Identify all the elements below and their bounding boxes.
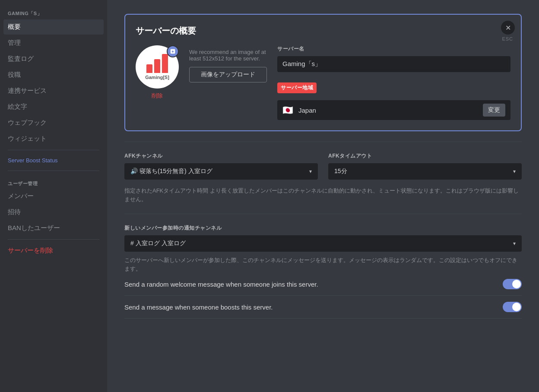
sidebar-item-members[interactable]: メンバー (3, 189, 104, 204)
esc-label: ESC (502, 36, 513, 41)
server-icon-bars (146, 54, 168, 73)
server-region-field-label: サーバー地域 (277, 82, 317, 93)
server-name-input[interactable] (277, 56, 510, 72)
user-management-section-label: ユーザー管理 (3, 174, 104, 189)
upload-image-button[interactable]: 画像をアップロード (189, 67, 267, 82)
sidebar-item-emoji[interactable]: 絵文字 (3, 99, 104, 114)
afk-channel-chevron-icon: ▾ (309, 168, 312, 174)
upload-icon-button[interactable] (167, 45, 179, 57)
main-content: サーバーの概要 Gaming[S] (107, 0, 539, 392)
region-row-wrapper: 🇯🇵 Japan 変更 (277, 100, 510, 120)
sidebar-item-banned[interactable]: BANしたユーザー (3, 221, 104, 236)
afk-section-divider (124, 142, 522, 142)
sidebar-divider-3 (8, 239, 99, 240)
change-region-button[interactable]: 変更 (483, 104, 505, 117)
overview-body: Gaming[S] 削除 We recommend an image of at… (136, 45, 510, 120)
bar-2 (154, 59, 160, 73)
new-member-channel-value: # 入室ログ 入室ログ (130, 240, 186, 247)
toggle-1[interactable] (503, 279, 522, 289)
upload-section: We recommend an image of at least 512x51… (189, 45, 267, 82)
afk-hint-text: 指定されたAFKタイムアウト時間 より長く放置したメンバーはこのチャンネルに自動… (124, 187, 522, 203)
overview-panel-container: サーバーの概要 Gaming[S] (124, 14, 522, 131)
new-member-channel-chevron-icon: ▾ (513, 240, 516, 247)
afk-timeout-field: AFKタイムアウト 15分 ▾ (328, 152, 522, 180)
delete-icon-link[interactable]: 削除 (136, 92, 179, 100)
afk-channel-label: AFKチャンネル (124, 152, 318, 160)
bar-3 (162, 54, 168, 73)
sidebar-item-webhook[interactable]: ウェブフック (3, 115, 104, 130)
sidebar-item-widget[interactable]: ウィジェット (3, 131, 104, 146)
sidebar: GAMING「S」 概要 管理 監査ログ 役職 連携サービス 絵文字 ウェブフッ… (0, 0, 107, 392)
new-member-section-divider (124, 214, 522, 214)
toggle-1-label: Send a random welcome message when someo… (124, 281, 318, 288)
sidebar-divider-2 (8, 171, 99, 171)
new-member-section: 新しいメンバー参加時の通知チャンネル # 入室ログ 入室ログ ▾ このサーバーへ… (124, 224, 522, 319)
afk-section-row: AFKチャンネル 🔊 寝落ち(15分無音) 入室ログ ▾ AFKタイムアウト 1… (124, 152, 522, 180)
new-member-channel-dropdown[interactable]: # 入室ログ 入室ログ ▾ (124, 235, 522, 252)
server-name-label: GAMING「S」 (3, 7, 104, 19)
toggle-row-1: Send a random welcome message when someo… (124, 273, 522, 296)
japan-flag-icon: 🇯🇵 (282, 105, 293, 115)
toggle-row-2: Send a message when someone boosts this … (124, 296, 522, 319)
server-icon-wrapper: Gaming[S] 削除 (136, 45, 179, 100)
afk-channel-value: 🔊 寝落ち(15分無音) 入室ログ (130, 168, 212, 175)
overview-panel: サーバーの概要 Gaming[S] (124, 14, 522, 131)
region-name-label: Japan (298, 107, 478, 114)
sidebar-item-gaiyou[interactable]: 概要 (3, 19, 104, 35)
panel-title: サーバーの概要 (136, 25, 510, 37)
server-icon-label: Gaming[S] (145, 75, 169, 80)
new-member-channel-wrapper: # 入室ログ 入室ログ ▾ (124, 235, 522, 252)
sidebar-item-renkei[interactable]: 連携サービス (3, 83, 104, 98)
new-member-section-label: 新しいメンバー参加時の通知チャンネル (124, 224, 522, 232)
afk-channel-dropdown[interactable]: 🔊 寝落ち(15分無音) 入室ログ ▾ (124, 163, 318, 180)
afk-channel-field: AFKチャンネル 🔊 寝落ち(15分無音) 入室ログ ▾ (124, 152, 318, 180)
region-section: サーバー地域 🇯🇵 Japan 変更 (277, 82, 510, 120)
sidebar-item-kansa-log[interactable]: 監査ログ (3, 51, 104, 66)
afk-timeout-chevron-icon: ▾ (513, 168, 516, 174)
sidebar-item-delete-server[interactable]: サーバーを削除 (3, 243, 104, 258)
sidebar-divider-1 (8, 150, 99, 150)
region-row: 🇯🇵 Japan 変更 (277, 100, 510, 120)
sidebar-item-invite[interactable]: 招待 (3, 205, 104, 220)
afk-timeout-value: 15分 (334, 168, 347, 175)
afk-timeout-label: AFKタイムアウト (328, 152, 522, 160)
bar-1 (146, 64, 152, 73)
new-member-hint-text: このサーバーへ新しいメンバーが参加した際、このチャンネルにメッセージを送ります。… (124, 256, 522, 273)
server-name-section: サーバー名 サーバー地域 🇯🇵 Japan 変更 (277, 45, 510, 120)
sidebar-item-kanri[interactable]: 管理 (3, 35, 104, 51)
afk-timeout-dropdown[interactable]: 15分 ▾ (328, 163, 522, 180)
toggle-2[interactable] (503, 302, 522, 312)
sidebar-item-boost[interactable]: Server Boost Status (3, 154, 104, 167)
sidebar-item-yakushoku[interactable]: 役職 (3, 67, 104, 82)
close-button[interactable]: ✕ (501, 21, 515, 35)
server-name-field-label: サーバー名 (277, 45, 510, 53)
toggle-2-label: Send a message when someone boosts this … (124, 303, 273, 311)
image-hint: We recommend an image of at least 512x51… (189, 49, 267, 62)
